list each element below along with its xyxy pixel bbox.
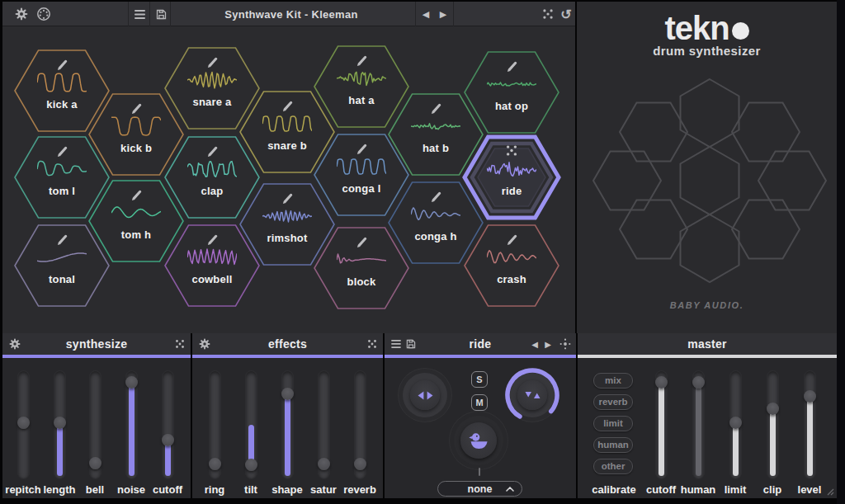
slider-fill [285, 394, 290, 476]
pad-label: block [312, 276, 411, 288]
waveform-preview [187, 245, 237, 270]
waveform-preview [487, 157, 536, 181]
slider-thumb[interactable] [318, 458, 330, 470]
next-preset-button[interactable]: ▶ [435, 2, 451, 26]
slider-shape[interactable]: shape [273, 371, 301, 478]
slider-limit[interactable]: limit [721, 371, 749, 478]
slider-thumb[interactable] [354, 458, 366, 470]
slider-track[interactable] [163, 371, 173, 478]
slider-thumb[interactable] [281, 388, 294, 400]
randomize-dice-icon[interactable] [175, 333, 185, 355]
locate-target-icon[interactable] [559, 333, 571, 355]
slider-thumb[interactable] [655, 376, 668, 389]
slider-cutoff[interactable]: cutoff [647, 371, 675, 478]
pad-cowbell[interactable]: cowbell [163, 223, 262, 309]
slider-track[interactable] [246, 371, 257, 478]
accent-bar [385, 355, 576, 358]
waveform-preview [37, 157, 87, 181]
slider-thumb[interactable] [767, 403, 779, 415]
slider-noise[interactable]: noise [117, 371, 145, 478]
slider-track[interactable] [210, 371, 220, 478]
slider-ring[interactable]: ring [201, 371, 229, 478]
pitch-knob[interactable] [510, 373, 555, 417]
slider-track[interactable] [126, 371, 137, 478]
effects-header: effects [192, 333, 383, 355]
slider-track[interactable] [319, 371, 329, 478]
sample-dropdown[interactable]: none [437, 481, 522, 497]
duck-icon [460, 422, 497, 459]
menu-icon[interactable] [130, 2, 149, 26]
midi-din-icon[interactable] [34, 2, 54, 26]
slider-track[interactable] [18, 371, 29, 478]
top-bar: Synthwave Kit - Kleeman ◀ ▶ ↺ [2, 2, 575, 26]
slider-thumb[interactable] [162, 434, 174, 446]
slider-clip[interactable]: clip [758, 371, 786, 478]
reset-icon[interactable]: ↺ [557, 2, 575, 26]
master-panel: master calibrate cutoff human limit clip… [578, 333, 837, 498]
waveform-preview [337, 66, 386, 91]
slider-reverb[interactable]: reverb [346, 371, 374, 478]
pad-block[interactable]: block [312, 225, 411, 311]
pad-grid: kick a kick b snare a snare b hat a hat … [2, 26, 575, 333]
slider-track[interactable] [805, 371, 815, 478]
slider-thumb[interactable] [17, 417, 30, 429]
gear-icon[interactable] [12, 2, 31, 26]
slider-track[interactable] [693, 371, 704, 478]
slider-thumb[interactable] [729, 417, 742, 429]
pad-tonal[interactable]: tonal [12, 223, 111, 309]
slider-cutoff[interactable]: cutoff [153, 371, 182, 478]
slider-thumb[interactable] [209, 458, 221, 470]
calibrate-button-limit[interactable]: limit [593, 416, 633, 431]
calibrate-button-mix[interactable]: mix [593, 373, 633, 389]
slider-track[interactable] [90, 371, 101, 478]
prev-pad-button[interactable]: ◀ [531, 333, 538, 355]
solo-button[interactable]: S [471, 371, 488, 388]
slider-level[interactable]: level [795, 371, 824, 478]
slider-track[interactable] [656, 371, 667, 478]
slider-track[interactable] [54, 371, 65, 478]
slider-thumb[interactable] [692, 376, 705, 389]
pad-hat-op[interactable]: hat op [462, 49, 561, 135]
slider-thumb[interactable] [54, 417, 66, 429]
slider-satur[interactable]: satur [309, 371, 338, 478]
slider-track[interactable] [355, 371, 366, 478]
waveform-preview [37, 70, 87, 95]
slider-thumb[interactable] [245, 459, 257, 471]
slider-human[interactable]: human [684, 371, 712, 478]
slider-label: cutoff [142, 483, 193, 496]
pitch-down-up-icon [525, 391, 541, 399]
slider-length[interactable]: length [45, 371, 73, 478]
calibrate-button-other[interactable]: other [593, 459, 633, 474]
waveform-preview [262, 204, 312, 228]
slider-fill [57, 423, 63, 476]
slider-thumb[interactable] [125, 376, 138, 389]
slider-track[interactable] [282, 371, 293, 478]
pad-label: tonal [12, 273, 111, 285]
tekno-plugin-window: Synthwave Kit - Kleeman ◀ ▶ ↺ kick a kic… [0, 0, 845, 504]
slider-thumb[interactable] [804, 390, 816, 403]
mute-button[interactable]: M [471, 394, 488, 411]
waveform-preview [411, 114, 460, 139]
randomize-dice-icon[interactable] [539, 2, 557, 26]
pan-knob[interactable] [403, 373, 447, 417]
accent-bar [192, 355, 383, 358]
slider-repitch[interactable]: repitch [9, 371, 37, 478]
slider-thumb[interactable] [89, 457, 101, 469]
duck-button[interactable] [454, 416, 503, 465]
pad-label: crash [462, 273, 561, 285]
slider-tilt[interactable]: tilt [237, 371, 265, 478]
brand-credit: BABY AUDIO. [577, 300, 837, 310]
slider-track[interactable] [767, 371, 778, 478]
pad-crash[interactable]: crash [462, 223, 561, 309]
waveform-preview [411, 202, 460, 227]
hexagon-pattern [577, 76, 837, 290]
randomize-dice-icon[interactable] [367, 333, 377, 355]
calibrate-button-reverb[interactable]: reverb [593, 394, 633, 410]
next-pad-button[interactable]: ▶ [545, 333, 551, 355]
prev-preset-button[interactable]: ◀ [418, 2, 434, 26]
slider-track[interactable] [730, 371, 741, 478]
waveform-preview [337, 247, 386, 272]
slider-bell[interactable]: bell [81, 371, 109, 478]
calibrate-button-human[interactable]: human [593, 437, 633, 453]
selected-pad-panel: ride ◀ ▶ S M [385, 333, 576, 498]
